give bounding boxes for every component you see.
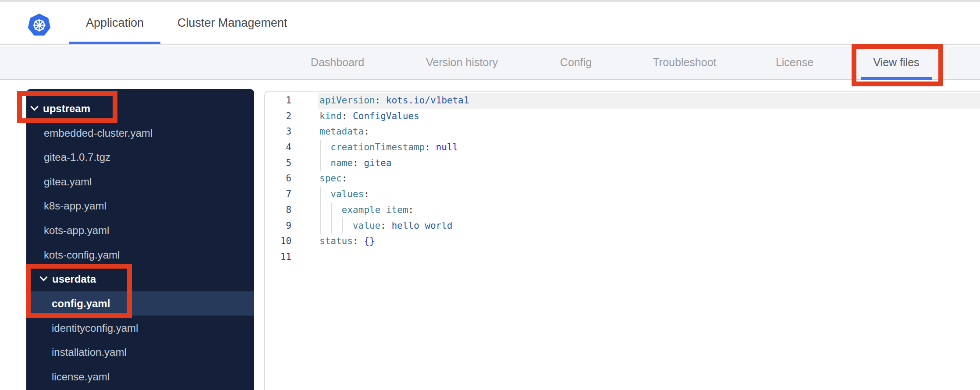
kubernetes-logo-icon[interactable] <box>27 13 51 37</box>
yaml-code-editor[interactable]: 1apiVersion: kots.io/v1beta12kind: Confi… <box>264 91 980 390</box>
code-text: status: {} <box>318 234 980 249</box>
tab-cluster-management[interactable]: Cluster Management <box>173 2 291 44</box>
line-number: 7 <box>265 187 318 202</box>
main-nav: Application Cluster Management <box>0 2 980 45</box>
tab-dashboard[interactable]: Dashboard <box>311 46 364 79</box>
code-lines: 1apiVersion: kots.io/v1beta12kind: Confi… <box>265 93 980 265</box>
tree-file-license-yaml[interactable]: license.yaml <box>26 365 254 389</box>
tree-file-config-yaml-selected[interactable]: config.yaml <box>26 291 254 316</box>
code-line-7[interactable]: 7 values: <box>265 187 980 202</box>
line-number: 9 <box>265 218 318 234</box>
app-subnav: Dashboard Version history Config Trouble… <box>0 46 980 80</box>
file-tree-sidebar: upstream embedded-cluster.yaml gitea-1.0… <box>26 89 254 390</box>
tab-version-history[interactable]: Version history <box>426 46 498 79</box>
tab-troubleshoot[interactable]: Troubleshoot <box>653 46 717 79</box>
indent-guide <box>320 187 321 202</box>
tree-file-embedded-cluster-yaml[interactable]: embedded-cluster.yaml <box>26 121 254 145</box>
tree-folder-userdata[interactable]: userdata <box>26 267 254 291</box>
code-text: kind: ConfigValues <box>318 109 980 124</box>
tree-file-identityconfig-yaml[interactable]: identityconfig.yaml <box>26 316 254 340</box>
code-line-9[interactable]: 9 value: hello world <box>265 218 980 234</box>
code-text: name: gitea <box>318 156 980 171</box>
line-number: 4 <box>265 140 318 156</box>
view-files-active-underline <box>861 77 932 80</box>
code-text: value: hello world <box>318 218 980 234</box>
page: Application Cluster Management Dashboard… <box>0 0 980 390</box>
line-number: 6 <box>265 171 318 187</box>
tab-application[interactable]: Application <box>69 2 160 44</box>
indent-guide <box>320 140 321 156</box>
code-text: values: <box>318 187 980 202</box>
tree-folder-upstream[interactable]: upstream <box>26 96 254 121</box>
line-number: 3 <box>265 124 318 140</box>
line-number: 1 <box>265 93 318 109</box>
code-line-2[interactable]: 2kind: ConfigValues <box>265 109 980 124</box>
line-number: 2 <box>265 109 318 124</box>
indent-guide <box>331 202 332 218</box>
chevron-down-icon <box>30 103 38 110</box>
indent-guide <box>331 218 332 234</box>
active-tab-underline <box>69 42 160 44</box>
tree-file-gitea-yaml[interactable]: gitea.yaml <box>26 170 254 194</box>
code-line-5[interactable]: 5 name: gitea <box>265 156 980 171</box>
line-number: 5 <box>265 156 318 171</box>
code-text: example_item: <box>318 202 980 218</box>
tab-view-files[interactable]: View files <box>873 46 919 79</box>
tree-file-installation-yaml[interactable]: installation.yaml <box>26 340 254 364</box>
code-text: metadata: <box>318 124 980 140</box>
code-line-11[interactable]: 11 <box>265 249 980 265</box>
code-text: apiVersion: kots.io/v1beta1 <box>318 93 980 109</box>
indent-guide <box>320 202 321 218</box>
indent-guide <box>320 218 321 234</box>
code-line-3[interactable]: 3metadata: <box>265 124 980 140</box>
indent-guide <box>320 156 321 171</box>
line-number: 11 <box>265 249 318 265</box>
code-line-6[interactable]: 6spec: <box>265 171 980 187</box>
code-text: creationTimestamp: null <box>318 140 980 156</box>
tab-license[interactable]: License <box>776 46 813 79</box>
tree-file-k8s-app-yaml[interactable]: k8s-app.yaml <box>26 194 254 218</box>
code-line-8[interactable]: 8 example_item: <box>265 202 980 218</box>
code-text: spec: <box>318 171 980 187</box>
tree-file-kots-app-yaml[interactable]: kots-app.yaml <box>26 218 254 242</box>
code-line-10[interactable]: 10status: {} <box>265 234 980 249</box>
code-text <box>318 249 980 265</box>
tab-config[interactable]: Config <box>560 46 592 79</box>
indent-guide <box>342 218 343 234</box>
line-number: 10 <box>265 234 318 249</box>
chevron-down-icon <box>39 273 47 281</box>
code-line-1[interactable]: 1apiVersion: kots.io/v1beta1 <box>265 93 980 109</box>
code-line-4[interactable]: 4 creationTimestamp: null <box>265 140 980 156</box>
tree-file-gitea-tgz[interactable]: gitea-1.0.7.tgz <box>26 145 254 169</box>
line-number: 8 <box>265 202 318 218</box>
tree-file-kots-config-yaml[interactable]: kots-config.yaml <box>26 243 254 267</box>
